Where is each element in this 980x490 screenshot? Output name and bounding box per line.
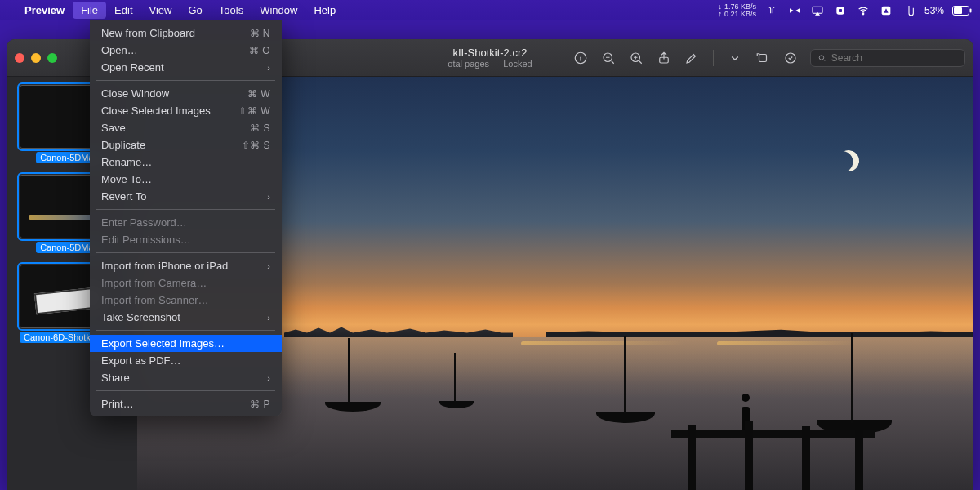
menu-help[interactable]: Help xyxy=(305,2,344,19)
menu-separator xyxy=(96,330,275,331)
pier xyxy=(671,392,875,490)
menu-item-import-from-iphone-or-ipad[interactable]: Import from iPhone or iPad› xyxy=(90,257,282,274)
traffic-lights xyxy=(15,53,57,63)
menu-go[interactable]: Go xyxy=(180,2,210,19)
chevron-right-icon: › xyxy=(267,192,270,202)
chevron-down-icon[interactable] xyxy=(727,50,743,66)
battery-percent: 53% xyxy=(924,5,944,16)
menu-tools[interactable]: Tools xyxy=(211,2,252,19)
svg-point-14 xyxy=(819,55,823,59)
wifi-icon[interactable] xyxy=(856,3,871,18)
menu-item-edit-permissions: Edit Permissions… xyxy=(90,231,282,248)
bowtie-icon[interactable] xyxy=(787,3,802,18)
menu-separator xyxy=(96,390,275,391)
menu-item-take-screenshot[interactable]: Take Screenshot› xyxy=(90,309,282,326)
chevron-right-icon: › xyxy=(267,63,270,73)
menu-file[interactable]: File xyxy=(73,2,106,19)
svg-rect-2 xyxy=(839,9,842,12)
menu-item-save[interactable]: Save⌘ S xyxy=(90,119,282,136)
triangle-icon[interactable] xyxy=(879,3,893,18)
menu-item-export-selected-images[interactable]: Export Selected Images… xyxy=(90,335,282,352)
menu-window[interactable]: Window xyxy=(252,2,305,19)
close-button[interactable] xyxy=(15,53,24,63)
info-icon[interactable] xyxy=(572,50,589,66)
menu-item-revert-to[interactable]: Revert To› xyxy=(90,188,282,205)
menu-separator xyxy=(96,80,275,81)
zoom-out-icon[interactable] xyxy=(600,50,617,66)
menu-item-enter-password: Enter Password… xyxy=(90,214,282,231)
menu-item-share[interactable]: Share› xyxy=(90,369,282,386)
maximize-button[interactable] xyxy=(47,53,57,63)
svg-rect-6 xyxy=(954,7,962,14)
menu-item-close-window[interactable]: Close Window⌘ W xyxy=(90,85,282,102)
menubar: Preview File Edit View Go Tools Window H… xyxy=(0,0,980,20)
svg-rect-12 xyxy=(760,54,767,61)
chevron-right-icon: › xyxy=(267,261,270,271)
subtitle-text: otal pages — Locked xyxy=(448,59,532,69)
menu-separator xyxy=(96,252,275,253)
chevron-right-icon: › xyxy=(267,373,270,383)
menu-item-import-from-scanner: Import from Scanner… xyxy=(90,292,282,309)
rotate-icon[interactable] xyxy=(755,50,771,66)
zoom-in-icon[interactable] xyxy=(628,50,644,66)
window-title: kII-Shotkit-2.cr2 otal pages — Locked xyxy=(448,47,532,69)
title-text: kII-Shotkit-2.cr2 xyxy=(448,47,532,59)
app-name[interactable]: Preview xyxy=(16,2,73,19)
file-menu-dropdown: New from Clipboard⌘ NOpen…⌘ OOpen Recent… xyxy=(90,20,282,416)
control-center-icon[interactable] xyxy=(833,3,848,18)
menu-item-open[interactable]: Open…⌘ O xyxy=(90,42,282,59)
airplay-icon[interactable] xyxy=(810,3,825,18)
menu-item-export-as-pdf[interactable]: Export as PDF… xyxy=(90,352,282,369)
attachment-icon[interactable] xyxy=(902,3,916,18)
svg-rect-7 xyxy=(970,8,972,12)
menu-item-open-recent[interactable]: Open Recent› xyxy=(90,59,282,76)
menu-edit[interactable]: Edit xyxy=(106,2,140,19)
crop-icon[interactable] xyxy=(782,50,799,66)
share-icon[interactable] xyxy=(656,50,672,66)
net-speed-indicator: ↓1.76 KB/s ↑0.21 KB/s xyxy=(718,3,756,18)
search-input[interactable] xyxy=(831,52,958,64)
search-field[interactable] xyxy=(810,49,965,67)
menu-item-import-from-camera: Import from Camera… xyxy=(90,274,282,292)
menu-separator xyxy=(96,209,275,210)
menu-item-rename[interactable]: Rename… xyxy=(90,154,282,171)
menu-item-move-to[interactable]: Move To… xyxy=(90,171,282,188)
minimize-button[interactable] xyxy=(31,53,41,63)
menu-item-print[interactable]: Print…⌘ P xyxy=(90,395,282,412)
svg-point-3 xyxy=(862,13,864,15)
menu-item-new-from-clipboard[interactable]: New from Clipboard⌘ N xyxy=(90,24,282,42)
menu-item-close-selected-images[interactable]: Close Selected Images⇧⌘ W xyxy=(90,102,282,119)
markup-icon[interactable] xyxy=(684,50,700,66)
menu-view[interactable]: View xyxy=(141,2,180,19)
menu-item-duplicate[interactable]: Duplicate⇧⌘ S xyxy=(90,136,282,154)
airpods-icon[interactable] xyxy=(764,3,779,18)
battery-icon[interactable] xyxy=(952,6,972,16)
chevron-right-icon: › xyxy=(267,313,270,323)
